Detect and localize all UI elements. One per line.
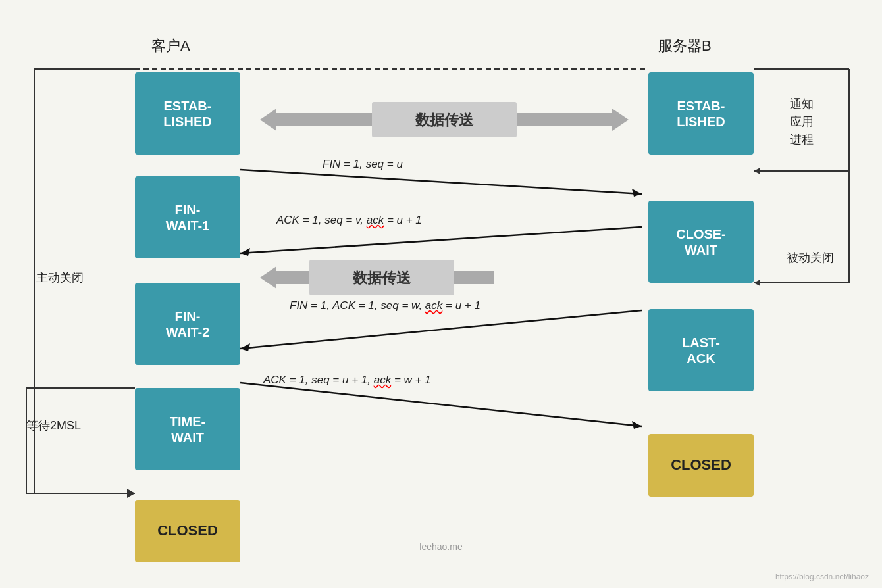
watermark: leehao.me	[419, 541, 462, 552]
data-transfer-top-svg: 数据传送	[250, 95, 638, 145]
svg-line-20	[240, 383, 642, 426]
svg-marker-24	[612, 109, 629, 131]
msg-ack2: ACK = 1, seq = u + 1, ack = w + 1	[263, 374, 431, 387]
svg-marker-22	[260, 109, 276, 131]
svg-marker-21	[632, 421, 642, 429]
notify-label: 通知应用进程	[790, 95, 814, 149]
svg-text:数据传送: 数据传送	[415, 112, 474, 128]
svg-line-14	[240, 170, 642, 194]
svg-marker-34	[127, 489, 135, 498]
svg-line-16	[240, 227, 642, 253]
client-fin-wait-1: FIN-WAIT-1	[135, 176, 240, 258]
client-label: 客户A	[151, 36, 190, 56]
server-label: 服务器B	[658, 36, 712, 56]
client-established: ESTAB-LISHED	[135, 72, 240, 155]
svg-marker-13	[754, 280, 760, 286]
server-last-ack: LAST-ACK	[648, 309, 754, 391]
active-close-label: 主动关闭	[36, 270, 84, 285]
client-fin-wait-2: FIN-WAIT-2	[135, 283, 240, 365]
server-close-wait: CLOSE-WAIT	[648, 201, 754, 283]
diagram-container: 客户A 服务器B 主动关闭 等待2MSL 被动关闭 通知应用进程 ESTAB-L…	[0, 0, 882, 588]
svg-marker-17	[240, 248, 250, 256]
passive-close-label: 被动关闭	[787, 250, 834, 266]
svg-marker-19	[240, 343, 250, 351]
msg-fin1: FIN = 1, seq = u	[323, 158, 403, 171]
client-time-wait: TIME-WAIT	[135, 388, 240, 470]
server-established: ESTAB-LISHED	[648, 72, 754, 155]
svg-line-18	[240, 310, 642, 349]
watermark2: https://blog.csdn.net/lihaoz	[775, 572, 869, 581]
svg-marker-10	[754, 168, 760, 174]
msg-fin2: FIN = 1, ACK = 1, seq = w, ack = u + 1	[290, 299, 480, 312]
client-closed: CLOSED	[135, 500, 240, 562]
svg-marker-27	[260, 266, 276, 289]
wait-bracket-svg	[23, 385, 138, 500]
svg-text:数据传送: 数据传送	[352, 270, 411, 286]
svg-marker-15	[632, 189, 642, 197]
data-transfer-mid-svg: 数据传送	[250, 253, 520, 303]
server-closed: CLOSED	[648, 434, 754, 497]
msg-ack1: ACK = 1, seq = v, ack = u + 1	[276, 214, 422, 227]
